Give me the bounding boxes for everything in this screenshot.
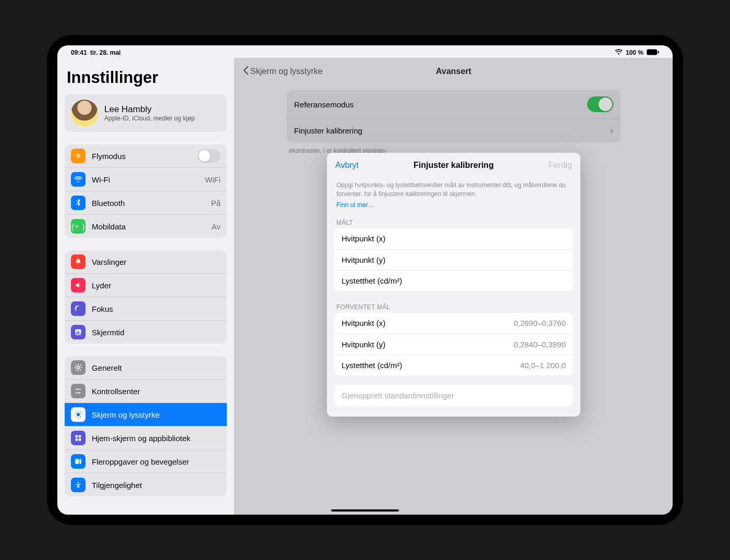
focus-icon [71, 301, 86, 316]
svg-point-7 [76, 388, 78, 390]
calibration-sheet: Avbryt Finjuster kalibrering Ferdig Oppg… [327, 153, 580, 417]
sidebar-item-wifi[interactable]: Wi-Fi WiFi [65, 167, 227, 191]
mobile-data-icon: (ᯤ) [71, 219, 86, 234]
svg-rect-14 [76, 439, 78, 441]
sidebar-item-notifications[interactable]: Varslinger [65, 250, 227, 273]
sheet-title: Finjuster kalibrering [413, 161, 494, 170]
sidebar-item-bluetooth[interactable]: Bluetooth På [65, 191, 227, 214]
svg-rect-1 [658, 51, 659, 53]
sidebar-group-general: Generelt Kontrollsenter Skjerm og lyssty… [65, 356, 227, 496]
status-bar: 09:41 tir. 28. mai 100 % [57, 45, 673, 58]
control-center-icon [71, 384, 86, 398]
multitask-icon [71, 454, 86, 469]
sidebar-item-accessibility[interactable]: Tilgjengelighet [65, 473, 227, 496]
battery-icon [647, 49, 659, 57]
svg-point-9 [79, 392, 80, 394]
sidebar-item-sounds[interactable]: Lyder [65, 273, 227, 297]
measured-luminance[interactable]: Lystetthet (cd/m²) [334, 270, 573, 291]
svg-rect-13 [79, 435, 81, 438]
svg-point-18 [78, 482, 79, 483]
sheet-intro: Oppgi hvitpunkts- og lystetthetsverdier … [327, 178, 580, 200]
learn-more-link[interactable]: Finn ut mer… [327, 201, 384, 216]
target-header: FORVENTET MÅL [327, 300, 580, 313]
apple-id-card[interactable]: Lee Hambly Apple-ID, iCloud, medier og k… [65, 94, 227, 132]
sounds-icon [71, 278, 86, 293]
sidebar-item-mobile-data[interactable]: (ᯤ) Mobildata Av [65, 214, 227, 238]
svg-rect-4 [78, 331, 79, 334]
svg-rect-3 [76, 332, 77, 334]
done-button[interactable]: Ferdig [549, 161, 572, 170]
svg-point-6 [77, 367, 80, 369]
airplane-icon: ✈︎ [71, 149, 86, 163]
sidebar-title: Innstillinger [62, 66, 230, 94]
svg-rect-5 [79, 333, 80, 334]
airplane-mode-toggle[interactable] [198, 149, 221, 163]
svg-rect-12 [76, 435, 78, 438]
screentime-icon [71, 325, 86, 339]
svg-rect-10 [75, 393, 78, 393]
sidebar-item-focus[interactable]: Fokus [65, 297, 227, 320]
status-time: 09:41 [71, 49, 87, 56]
accessibility-icon [71, 478, 86, 492]
wifi-icon [615, 49, 623, 56]
general-icon [71, 360, 86, 375]
avatar [71, 100, 98, 127]
svg-rect-16 [75, 459, 79, 464]
sidebar-item-general[interactable]: Generelt [65, 356, 227, 379]
sidebar-item-multitask[interactable]: Fleroppgaver og bevegelser [65, 449, 227, 473]
sidebar-item-control-center[interactable]: Kontrollsenter [65, 379, 227, 403]
sidebar-item-display-brightness[interactable]: Skjerm og lysstyrke [65, 403, 227, 426]
sidebar-item-airplane[interactable]: ✈︎ Flymodus [65, 144, 227, 167]
svg-point-11 [77, 413, 80, 416]
home-indicator[interactable] [331, 509, 399, 512]
bluetooth-icon [71, 196, 86, 210]
measured-white-x[interactable]: Hvitpunkt (x) [334, 228, 573, 249]
sidebar-item-home-screen[interactable]: Hjem-skjerm og appbibliotek [65, 426, 227, 449]
svg-rect-8 [78, 389, 81, 389]
profile-subtitle: Apple-ID, iCloud, medier og kjøp [104, 115, 194, 122]
status-date: tir. 28. mai [90, 49, 121, 56]
wifi-icon [71, 172, 86, 187]
brightness-icon [71, 407, 86, 422]
measured-white-y[interactable]: Hvitpunkt (y) [334, 249, 573, 270]
sidebar-group-alerts: Varslinger Lyder Fokus [65, 250, 227, 344]
target-white-x[interactable]: Hvitpunkt (x) 0,2690–0,3760 [334, 313, 573, 334]
profile-name: Lee Hambly [104, 104, 194, 115]
sidebar-group-connectivity: ✈︎ Flymodus Wi-Fi WiFi [65, 144, 227, 238]
target-group: Hvitpunkt (x) 0,2690–0,3760 Hvitpunkt (y… [334, 313, 573, 375]
restore-defaults-button[interactable]: Gjenopprett standardinnstillinger [334, 385, 573, 406]
settings-sidebar: Innstillinger Lee Hambly Apple-ID, iClou… [57, 58, 235, 515]
notifications-icon [71, 254, 86, 269]
battery-percent: 100 % [626, 49, 643, 56]
sidebar-item-screentime[interactable]: Skjermtid [65, 320, 227, 344]
measured-header: MÅLT [327, 216, 580, 228]
target-white-y[interactable]: Hvitpunkt (y) 0,2840–0,3890 [334, 334, 573, 355]
svg-rect-17 [79, 459, 81, 464]
home-screen-icon [71, 431, 86, 445]
cancel-button[interactable]: Avbryt [335, 161, 359, 170]
measured-group: Hvitpunkt (x) Hvitpunkt (y) Lystetthet (… [334, 228, 573, 291]
target-luminance[interactable]: Lystetthet (cd/m²) 40,0–1 200,0 [334, 355, 573, 375]
svg-rect-0 [647, 49, 657, 55]
svg-rect-15 [79, 439, 81, 441]
